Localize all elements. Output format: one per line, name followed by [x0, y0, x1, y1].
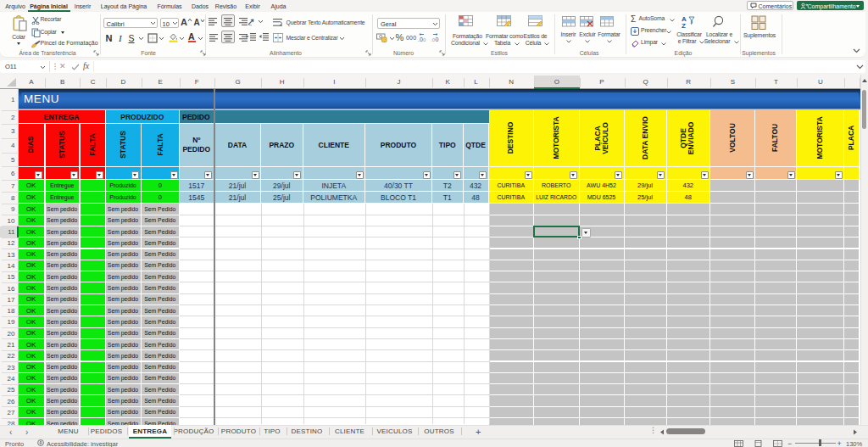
svg-text:0: 0	[423, 37, 426, 42]
svg-text:0: 0	[436, 36, 439, 42]
svg-text:Z: Z	[682, 22, 686, 28]
